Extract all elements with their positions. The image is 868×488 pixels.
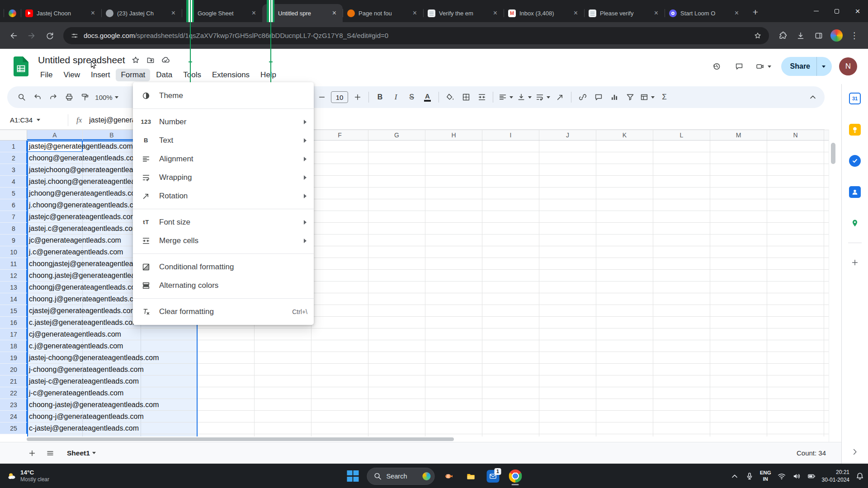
format-menu-item-theme[interactable]: Theme (133, 86, 314, 105)
cloud-saved-icon[interactable] (161, 56, 170, 65)
horizontal-scrollbar[interactable] (0, 436, 829, 442)
row-header-11[interactable]: 11 (0, 258, 27, 270)
account-avatar[interactable]: N (839, 57, 857, 75)
tab-close-icon[interactable]: × (89, 9, 97, 17)
tab-close-icon[interactable]: × (572, 9, 580, 17)
reload-icon[interactable] (42, 28, 58, 44)
sheet-tab-sheet1[interactable]: Sheet1 (60, 445, 103, 462)
row-header-25[interactable]: 25 (0, 422, 27, 434)
share-dropdown-icon[interactable] (816, 57, 832, 76)
browser-tab[interactable]: Page not fou× (343, 4, 423, 22)
merge-cells-icon[interactable] (474, 89, 490, 105)
cell-a24[interactable]: choong-j@generateagentleads.com (29, 411, 144, 422)
tab-close-icon[interactable]: × (330, 9, 338, 17)
browser-tab[interactable]: (23) Jastej Ch× (101, 4, 182, 22)
cell-a2[interactable]: choong@generateagentleads.com (29, 152, 140, 164)
window-close-button[interactable]: × (847, 0, 868, 22)
notifications-icon[interactable] (855, 472, 864, 481)
all-sheets-icon[interactable] (42, 445, 59, 462)
row-header-13[interactable]: 13 (0, 282, 27, 293)
wifi-icon[interactable] (777, 472, 786, 481)
column-header-k[interactable]: K (596, 130, 653, 140)
tab-close-icon[interactable]: × (250, 9, 258, 17)
row-header-21[interactable]: 21 (0, 375, 27, 387)
maps-icon[interactable] (849, 217, 861, 230)
menu-file[interactable]: File (35, 69, 57, 81)
tab-close-icon[interactable]: × (733, 9, 741, 17)
pinned-tab[interactable] (4, 4, 21, 22)
menu-insert[interactable]: Insert (86, 69, 115, 81)
browser-menu-icon[interactable]: ⋮ (846, 28, 863, 44)
text-rotation-icon[interactable] (552, 89, 568, 105)
row-header-7[interactable]: 7 (0, 211, 27, 223)
menus-search-icon[interactable] (14, 89, 29, 105)
video-call-button[interactable] (752, 56, 775, 76)
tab-close-icon[interactable]: × (491, 9, 499, 17)
insert-chart-icon[interactable] (606, 89, 622, 105)
browser-tab[interactable]: Inbox (3,408)× (504, 4, 584, 22)
side-panel-toggle-icon[interactable] (811, 28, 827, 44)
row-header-1[interactable]: 1 (0, 141, 27, 152)
insert-comment-icon[interactable] (590, 89, 606, 105)
start-button[interactable] (345, 466, 361, 486)
undo-icon[interactable] (29, 89, 45, 105)
row-header-23[interactable]: 23 (0, 399, 27, 411)
cell-a9[interactable]: jc@generateagentleads.com (29, 235, 121, 246)
name-box[interactable]: A1:C34 (0, 116, 68, 124)
cell-a8[interactable]: jastej.c@generateagentleads.com (29, 223, 138, 234)
star-icon[interactable] (131, 56, 140, 65)
version-history-icon[interactable] (707, 56, 726, 76)
format-menu-item-alternating-colors[interactable]: Alternating colors (133, 276, 314, 295)
font-minus-icon[interactable] (314, 89, 330, 105)
browser-tab[interactable]: Untitled spre× (262, 4, 343, 22)
column-header-l[interactable]: L (653, 130, 710, 140)
tab-close-icon[interactable]: × (411, 9, 419, 17)
print-icon[interactable] (61, 89, 77, 105)
file-explorer-icon[interactable] (463, 466, 479, 486)
clock[interactable]: 20:2130-01-2024 (822, 469, 849, 483)
menu-tools[interactable]: Tools (178, 69, 206, 81)
chrome-icon[interactable] (507, 466, 524, 486)
column-header-a[interactable]: A (27, 130, 83, 140)
row-header-9[interactable]: 9 (0, 235, 27, 246)
format-menu-item-conditional-formatting[interactable]: Conditional formatting (133, 258, 314, 276)
selection-count[interactable]: Count: 34 (797, 449, 826, 457)
italic-icon[interactable]: I (388, 89, 404, 105)
row-header-14[interactable]: 14 (0, 293, 27, 305)
format-menu-item-rotation[interactable]: Rotation (133, 187, 314, 205)
browser-tab[interactable]: Google Sheet× (182, 4, 262, 22)
table-views-icon[interactable] (638, 89, 656, 105)
cell-a10[interactable]: j.c@generateagentleads.com (29, 246, 123, 258)
keep-icon[interactable] (849, 123, 861, 136)
column-header-j[interactable]: J (539, 130, 596, 140)
format-menu-item-number[interactable]: 123Number (133, 113, 314, 131)
redo-icon[interactable] (45, 89, 61, 105)
cell-a14[interactable]: choong.j@generateagentleads.com (29, 293, 143, 305)
font-plus-icon[interactable] (349, 89, 365, 105)
fish-app-icon[interactable] (441, 466, 457, 486)
strikethrough-icon[interactable]: S (404, 89, 420, 105)
text-wrap-icon[interactable] (533, 89, 552, 105)
back-icon[interactable] (5, 28, 22, 44)
address-bar[interactable]: docs.google.com/spreadsheets/d/1qsZaXV7k… (63, 27, 769, 44)
weather-widget[interactable]: 14°CMostly clear (2, 464, 55, 488)
cell-a23[interactable]: choong-jastej@generateagentleads.com (29, 399, 159, 410)
downloads-icon[interactable] (793, 28, 809, 44)
share-button[interactable]: Share (781, 57, 832, 76)
extensions-icon[interactable] (774, 28, 791, 44)
mail-app-icon[interactable]: 1 (485, 466, 501, 486)
column-header-i[interactable]: I (482, 130, 539, 140)
format-menu-item-font-size[interactable]: tTFont size (133, 213, 314, 231)
fill-color-icon[interactable] (442, 89, 458, 105)
cell-a6[interactable]: j.choong@generateagentleads.com (29, 199, 143, 211)
bookmark-star-icon[interactable] (754, 32, 762, 40)
cell-a18[interactable]: c.j@generateagentleads.com (29, 340, 123, 352)
column-header-b[interactable]: B (83, 130, 141, 140)
borders-icon[interactable] (458, 89, 474, 105)
column-header-h[interactable]: H (425, 130, 482, 140)
move-folder-icon[interactable] (146, 56, 155, 65)
vertical-scrollbar-thumb[interactable] (831, 143, 835, 164)
insert-link-icon[interactable] (575, 89, 590, 105)
browser-profile-avatar[interactable] (830, 29, 843, 42)
new-tab-button[interactable]: + (749, 6, 762, 19)
